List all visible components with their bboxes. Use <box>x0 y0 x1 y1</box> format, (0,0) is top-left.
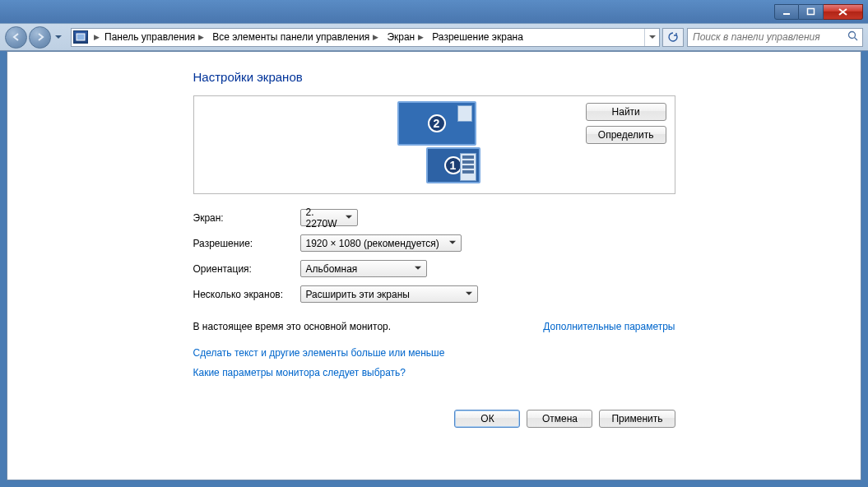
resolution-select[interactable]: 1920 × 1080 (рекомендуется) <box>300 234 462 252</box>
detect-button[interactable]: Найти <box>586 103 666 121</box>
minimize-button[interactable] <box>774 4 799 20</box>
chevron-right-icon: ▶ <box>418 33 424 41</box>
address-dropdown[interactable] <box>644 29 659 46</box>
monitor-thumb-icon <box>457 105 472 122</box>
content-frame: Настройки экранов 2 1 Найти Определить Э… <box>7 51 861 480</box>
search-icon <box>847 30 859 44</box>
chevron-right-icon: ▶ <box>373 33 378 41</box>
svg-rect-0 <box>783 13 790 15</box>
crumb-label: Все элементы панели управления <box>212 31 369 43</box>
select-value: Расширить эти экраны <box>306 289 410 300</box>
address-bar[interactable]: ▶ Панель управления▶ Все элементы панели… <box>71 28 660 47</box>
svg-point-3 <box>849 31 856 38</box>
select-value: Альбомная <box>306 263 358 275</box>
identify-button[interactable]: Определить <box>586 126 666 144</box>
display-arrangement-panel: 2 1 Найти Определить <box>193 95 675 194</box>
crumb-label: Разрешение экрана <box>432 31 523 43</box>
maximize-button[interactable] <box>799 4 824 20</box>
crumb-root-arrow[interactable]: ▶ <box>94 33 100 41</box>
dialog-buttons: ОК Отмена Применить <box>193 410 675 428</box>
orientation-select[interactable]: Альбомная <box>300 260 427 277</box>
search-box[interactable] <box>687 28 863 47</box>
forward-arrow-icon <box>35 31 46 43</box>
settings-form: Экран: 2. 2270W Разрешение: 1920 × 1080 … <box>193 209 675 303</box>
nav-forward-button[interactable] <box>29 26 51 49</box>
back-arrow-icon <box>11 31 22 43</box>
maximize-icon <box>806 7 815 16</box>
refresh-icon <box>667 31 679 43</box>
chevron-down-icon <box>55 35 62 39</box>
label-orientation: Ориентация: <box>193 263 300 275</box>
text-size-link[interactable]: Сделать текст и другие элементы больше и… <box>193 347 675 359</box>
refresh-button[interactable] <box>662 28 684 47</box>
crumb-label: Экран <box>387 31 415 43</box>
primary-monitor-note: В настоящее время это основной монитор. <box>193 321 392 332</box>
display-select[interactable]: 2. 2270W <box>300 209 358 226</box>
content: Настройки экранов 2 1 Найти Определить Э… <box>193 70 675 428</box>
svg-rect-2 <box>77 34 85 40</box>
crumb-label: Панель управления <box>104 31 195 43</box>
label-resolution: Разрешение: <box>193 238 300 249</box>
label-display: Экран: <box>193 212 300 224</box>
crumb-display[interactable]: Экран▶ <box>382 29 427 46</box>
address-bar-row: ▶ Панель управления▶ Все элементы панели… <box>0 23 868 51</box>
select-value: 2. 2270W <box>306 206 339 230</box>
breadcrumb: ▶ Панель управления▶ Все элементы панели… <box>91 29 644 46</box>
advanced-settings-link[interactable]: Дополнительные параметры <box>543 321 675 332</box>
page-title: Настройки экранов <box>193 70 675 84</box>
ok-button[interactable]: ОК <box>454 410 520 428</box>
svg-line-4 <box>855 37 858 40</box>
close-button[interactable] <box>824 4 863 20</box>
search-input[interactable] <box>691 30 844 44</box>
crumb-control-panel[interactable]: Панель управления▶ <box>100 29 207 46</box>
monitor-help-link[interactable]: Какие параметры монитора следует выбрать… <box>193 367 675 378</box>
crumb-resolution[interactable]: Разрешение экрана <box>427 29 527 46</box>
monitor-1[interactable]: 1 <box>426 147 480 183</box>
monitor-badge: 2 <box>428 114 446 132</box>
close-icon <box>838 7 848 16</box>
select-value: 1920 × 1080 (рекомендуется) <box>306 238 439 249</box>
chevron-down-icon <box>649 35 656 39</box>
monitor-thumb-icon <box>460 153 476 181</box>
minimize-icon <box>782 7 791 16</box>
nav-history-dropdown[interactable] <box>53 30 64 44</box>
apply-button[interactable]: Применить <box>599 410 675 428</box>
nav-arrows <box>5 26 64 49</box>
nav-back-button[interactable] <box>5 26 27 49</box>
crumb-all-items[interactable]: Все элементы панели управления▶ <box>207 29 382 46</box>
label-multiple: Несколько экранов: <box>193 289 300 300</box>
control-panel-icon <box>73 30 88 44</box>
titlebar <box>0 0 868 23</box>
monitor-2[interactable]: 2 <box>397 101 476 146</box>
cancel-button[interactable]: Отмена <box>527 410 592 428</box>
multiple-displays-select[interactable]: Расширить эти экраны <box>300 285 478 303</box>
svg-rect-1 <box>808 8 815 14</box>
chevron-right-icon: ▶ <box>198 33 204 41</box>
window-controls <box>774 4 863 20</box>
